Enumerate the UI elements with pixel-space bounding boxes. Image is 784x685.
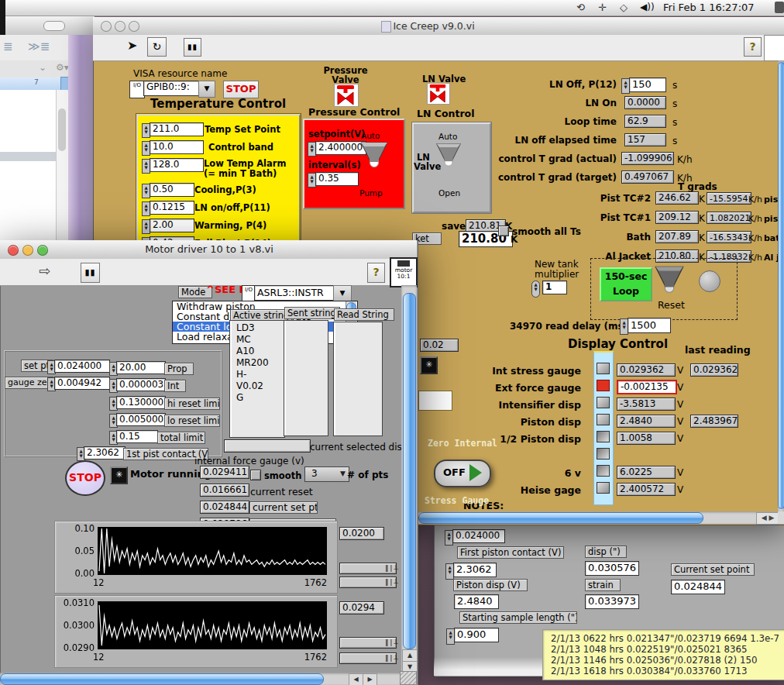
motor-hscroll-thumb[interactable]	[0, 673, 324, 685]
read-delay-input[interactable]: 1500	[628, 318, 671, 333]
int-stress-gauge-toggle[interactable]	[597, 363, 610, 374]
starburst-icon[interactable]: ✳	[110, 466, 128, 484]
active-string-item[interactable]: G	[236, 392, 284, 404]
motor-hscroll-left-icon[interactable]: ◀	[349, 673, 363, 685]
active-string-item[interactable]: MC	[236, 334, 284, 346]
motor-vscroll-thumb[interactable]	[403, 293, 416, 649]
time-machine-icon[interactable]: ⟲	[576, 2, 585, 13]
ln-off-input[interactable]: 150	[629, 77, 666, 92]
cross-icon[interactable]: ✛	[598, 2, 607, 13]
set-pt-input[interactable]: 0.024000	[452, 529, 505, 543]
chart2-scale-widget[interactable]: ∥∣	[339, 637, 397, 649]
doc-scroll-thumb[interactable]	[58, 108, 66, 151]
low-temp-alarm-input[interactable]: 128.0	[150, 158, 204, 172]
tools-box[interactable]	[764, 35, 784, 61]
log-notes-box[interactable]: 2/1/13 0622 hrs 0.021347"/0.023719 6694 …	[542, 629, 784, 680]
smooth-checkbox[interactable]	[250, 470, 261, 480]
close-button[interactable]	[101, 21, 112, 32]
intensifier-disp-toggle[interactable]	[597, 397, 610, 408]
help-icon[interactable]: ?	[744, 37, 762, 57]
new-tank-input[interactable]: 1	[542, 281, 567, 294]
smooth-all-ts-checkbox[interactable]	[498, 225, 509, 236]
chart2-scale-widget[interactable]: ∥∣	[339, 652, 397, 664]
resize-grip[interactable]	[400, 671, 417, 685]
active-string-item[interactable]: H-	[236, 369, 284, 380]
heise-gage-toggle[interactable]	[597, 482, 610, 494]
reset-knob[interactable]	[652, 263, 686, 298]
indent-icon[interactable]: ≫≣	[28, 40, 50, 53]
sent-string-list[interactable]	[284, 320, 328, 436]
pause-icon[interactable]: ▮▮	[184, 38, 201, 57]
active-string-item[interactable]: A10	[236, 346, 284, 357]
hi-reset-input[interactable]: 0.130000	[116, 396, 166, 409]
menu-extra-icon[interactable]	[775, 2, 784, 13]
blank-input[interactable]	[418, 391, 452, 411]
cooling-input[interactable]: 0.50	[150, 183, 194, 197]
active-string-item[interactable]: MR200	[236, 357, 284, 369]
motor-hscroll-right-icon[interactable]: ▶	[363, 673, 377, 685]
help-icon[interactable]: ?	[367, 263, 385, 283]
minimize-button[interactable]	[115, 21, 126, 32]
visa-resource-input[interactable]: GPIB0::9:	[143, 81, 204, 96]
visa-dropdown-icon[interactable]: ▼	[333, 285, 352, 302]
interval-input[interactable]: 0.35	[315, 172, 359, 186]
close-button[interactable]	[8, 245, 19, 256]
ice-hscroll-thumb[interactable]	[418, 512, 703, 524]
ice-stop-button[interactable]: STOP	[223, 81, 259, 98]
ice-hscroll-arrows[interactable]: ◀ ▶	[756, 512, 779, 525]
loop-led[interactable]	[699, 270, 720, 292]
total-limit-input[interactable]: 0.15	[116, 430, 158, 443]
run-icon[interactable]: ⇨	[39, 263, 50, 279]
ice-creep-title[interactable]: Ice Creep v9.0.vi	[325, 20, 542, 32]
control-band-input[interactable]: 10.0	[150, 140, 204, 154]
toolbar-pill-button[interactable]	[43, 21, 65, 31]
gauge-zero-input[interactable]: 0.004942	[54, 377, 110, 390]
menu-bar-clock[interactable]: Fri Feb 1 16:27:07	[663, 2, 755, 13]
active-string-item[interactable]: V0.02	[236, 380, 284, 392]
run-continuous-icon[interactable]: ↻	[147, 37, 167, 57]
temp-set-point-input[interactable]: 211.0	[150, 122, 204, 136]
ext-force-gauge-toggle[interactable]	[597, 380, 610, 391]
int-input[interactable]: 0.000003	[116, 378, 166, 391]
piston-disp-toggle[interactable]	[597, 414, 610, 425]
spare-toggle[interactable]	[597, 448, 610, 460]
volume-icon[interactable]: ◀))	[640, 2, 655, 12]
axis-lock-icon[interactable]: ⟂	[394, 563, 398, 572]
prop-input[interactable]: 20.00	[116, 361, 166, 374]
active-string-list[interactable]: LD3 MC A10 MR200 H- V0.02 G	[229, 320, 285, 438]
first-contact-input[interactable]: 2.3062	[84, 446, 126, 460]
zoom-button[interactable]	[129, 21, 139, 32]
chevron-down-icon[interactable]: ⌄	[39, 62, 46, 73]
chart1-scale-widget[interactable]: ∥∣	[339, 563, 397, 574]
motor-stop-button[interactable]: STOP	[65, 460, 105, 496]
set-pt-input[interactable]: 0.024000	[54, 360, 110, 373]
list-icon[interactable]: ≣	[3, 40, 13, 53]
visa-dropdown-icon[interactable]: ▼	[198, 81, 215, 98]
new-tank-spinner[interactable]: ▲▼	[531, 281, 540, 298]
loop-150s-button[interactable]: 150-sec Loop	[600, 267, 652, 301]
axis-lock-icon[interactable]: ⟂	[394, 577, 398, 586]
warming-input[interactable]: 2.00	[150, 219, 194, 232]
first-piston-contact-input[interactable]: 2.3062	[453, 563, 497, 577]
read-string-list[interactable]	[333, 322, 383, 436]
half-piston-disp-toggle[interactable]	[597, 431, 610, 442]
pause-icon[interactable]: ▮▮	[81, 263, 100, 283]
spotlight-icon[interactable]: ◇	[620, 2, 628, 13]
axis-lock-icon[interactable]: ⟂	[394, 653, 398, 662]
npts-dropdown[interactable]: 3▼	[304, 466, 349, 482]
ln-onoff-input[interactable]: 0.1215	[150, 201, 194, 215]
zoom-button[interactable]	[37, 245, 48, 256]
pressure-knob[interactable]	[358, 140, 390, 172]
starting-sample-length-input[interactable]: 0.900	[454, 628, 499, 642]
lo-reset-input[interactable]: 0.005000	[116, 413, 166, 426]
minimize-button[interactable]	[22, 245, 33, 256]
zero-internal-button[interactable]: OFF	[434, 460, 491, 487]
motor-title[interactable]: Motor driver 10 to 1 v8.vi	[93, 243, 325, 255]
run-icon[interactable]: ➤	[127, 38, 137, 53]
ice-vscroll-thumb[interactable]	[778, 62, 784, 509]
motor-visa-input[interactable]: ASRL3::INSTR	[254, 285, 339, 301]
active-string-item[interactable]: LD3	[236, 322, 284, 334]
axis-lock-icon[interactable]: ⟂	[394, 638, 398, 646]
starburst-icon[interactable]: ✳	[420, 356, 438, 374]
chart1-scale-widget[interactable]: ∥∣	[339, 577, 397, 588]
